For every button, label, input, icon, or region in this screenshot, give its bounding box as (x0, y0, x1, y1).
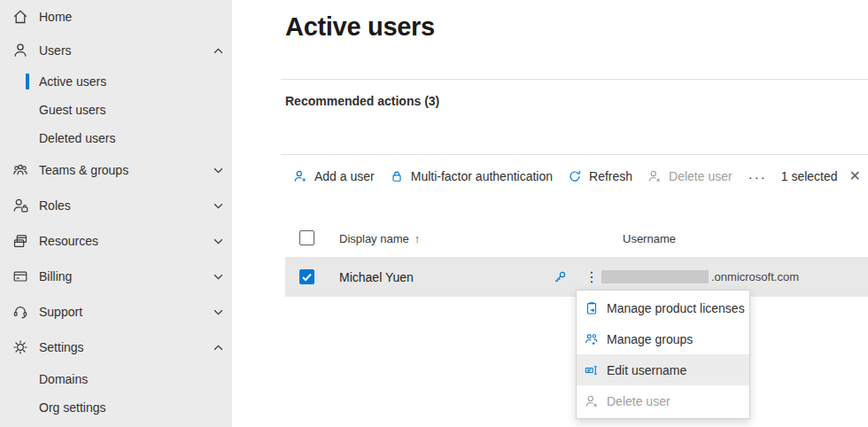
row-checkbox-checked[interactable] (299, 269, 314, 284)
toolbar-button-label: Refresh (589, 169, 632, 183)
menu-item-label: Manage groups (607, 332, 693, 346)
sidebar-item-guest-users[interactable]: Guest users (0, 96, 232, 124)
people-icon (12, 161, 29, 179)
sidebar-item-label: Active users (39, 74, 106, 89)
person-add-icon (292, 168, 308, 184)
headset-icon (12, 303, 29, 321)
sidebar-item-label: Teams & groups (39, 163, 128, 177)
person-icon (12, 42, 29, 59)
menu-item-label: Manage product licenses (607, 301, 745, 315)
menu-item-label: Delete user (607, 394, 670, 408)
menu-item-delete-user[interactable]: Delete user (577, 385, 749, 416)
sidebar-item-teams-groups[interactable]: Teams & groups (0, 152, 232, 188)
license-clipboard-icon (584, 300, 600, 316)
row-context-menu: Manage product licenses Manage groups Ed… (576, 290, 750, 419)
sort-ascending-icon: ↑ (415, 232, 421, 245)
mfa-button[interactable]: Multi-factor authentication (389, 168, 553, 184)
divider (281, 154, 868, 155)
sidebar-item-deleted-users[interactable]: Deleted users (0, 124, 232, 152)
delete-user-button[interactable]: Delete user (647, 168, 732, 184)
username-redacted-block (601, 270, 709, 283)
sidebar-item-roles[interactable]: Roles (0, 188, 232, 223)
chevron-down-icon (213, 200, 224, 212)
home-icon (12, 8, 29, 26)
add-user-button[interactable]: Add a user (292, 168, 375, 184)
toolbar-button-label: Add a user (314, 169, 375, 183)
sidebar-item-label: Users (39, 43, 72, 58)
person-badge-icon (12, 197, 29, 214)
column-header-display-name[interactable]: Display name ↑ (339, 223, 420, 253)
sidebar-item-resources[interactable]: Resources (0, 223, 232, 259)
selected-indicator (26, 74, 29, 89)
row-display-name: Michael Yuen (339, 257, 414, 297)
sidebar: Home Users Active users Guest users Dele… (0, 0, 232, 427)
rename-icon (584, 362, 600, 378)
sidebar-item-label: Deleted users (39, 131, 115, 145)
toolbar-button-label: Delete user (669, 169, 732, 183)
sidebar-item-home[interactable]: Home (0, 0, 232, 34)
sidebar-item-support[interactable]: Support (0, 294, 232, 330)
chevron-down-icon (213, 165, 224, 176)
divider (281, 79, 868, 80)
selection-info: 1 selected ✕ (781, 165, 861, 188)
menu-item-edit-username[interactable]: Edit username (577, 354, 749, 385)
sidebar-item-org-settings[interactable]: Org settings (0, 393, 232, 422)
select-all-checkbox[interactable] (299, 230, 314, 245)
toolbar-button-label: Multi-factor authentication (411, 169, 553, 183)
sidebar-item-label: Resources (39, 234, 98, 248)
chevron-up-icon (213, 45, 224, 57)
selected-count-label: 1 selected (781, 169, 838, 183)
refresh-button[interactable]: Refresh (567, 168, 632, 184)
sidebar-item-label: Settings (39, 340, 84, 354)
recommended-actions-section[interactable]: Recommended actions (3) (285, 94, 439, 108)
more-actions-button[interactable]: ··· (747, 169, 769, 184)
chevron-down-icon (213, 271, 224, 283)
sidebar-item-label: Domains (39, 372, 88, 386)
chevron-down-icon (213, 307, 224, 318)
sidebar-item-label: Support (39, 305, 82, 319)
sidebar-item-label: Billing (39, 269, 72, 283)
refresh-icon (567, 168, 583, 184)
menu-item-manage-product-licenses[interactable]: Manage product licenses (577, 292, 749, 323)
reset-password-key-icon[interactable] (552, 269, 568, 285)
clear-selection-button[interactable]: ✕ (849, 169, 861, 183)
sidebar-item-label: Org settings (39, 400, 105, 415)
lock-icon (389, 168, 405, 184)
menu-item-manage-groups[interactable]: Manage groups (577, 323, 749, 354)
sidebar-item-settings[interactable]: Settings (0, 330, 232, 365)
chevron-up-icon (213, 342, 224, 353)
toolbar: Add a user Multi-factor authentication R… (292, 165, 769, 188)
sidebar-item-label: Guest users (39, 103, 105, 117)
billing-card-icon (12, 268, 29, 285)
table-header: Display name ↑ Username (285, 223, 868, 253)
sidebar-item-domains[interactable]: Domains (0, 365, 232, 393)
person-delete-icon (647, 168, 663, 184)
person-delete-icon (584, 393, 600, 409)
page-title: Active users (285, 12, 435, 42)
menu-item-label: Edit username (607, 363, 686, 377)
sidebar-item-users[interactable]: Users (0, 34, 232, 67)
gear-icon (12, 338, 29, 356)
column-header-username[interactable]: Username (623, 223, 676, 253)
sidebar-item-label: Home (39, 10, 72, 24)
resources-icon (12, 232, 29, 250)
sidebar-item-billing[interactable]: Billing (0, 259, 232, 294)
chevron-down-icon (213, 236, 224, 247)
people-add-icon (584, 331, 600, 347)
sidebar-item-label: Roles (39, 198, 71, 213)
sidebar-item-active-users[interactable]: Active users (0, 67, 232, 96)
